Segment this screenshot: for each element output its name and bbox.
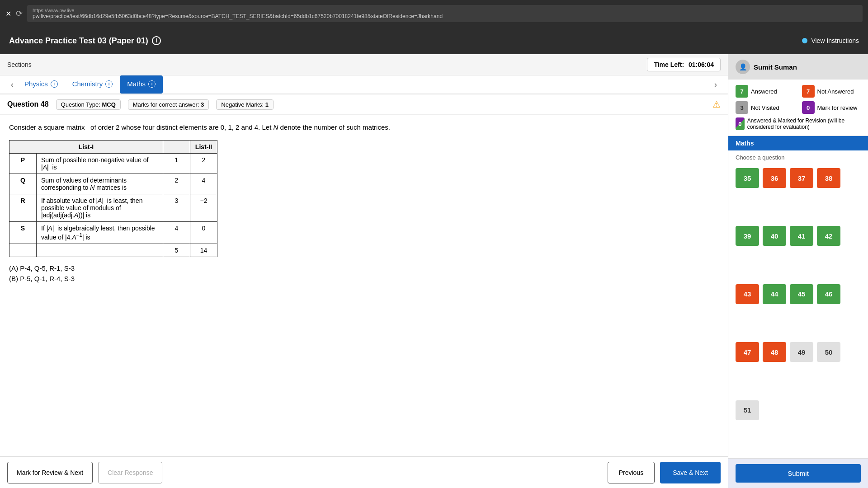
question-button-51[interactable]: 51	[736, 400, 759, 420]
tab-chemistry[interactable]: Chemistry i	[65, 75, 120, 94]
question-button-47[interactable]: 47	[736, 342, 759, 362]
row-p-text: Sum of possible non-negative value of |A…	[37, 154, 163, 174]
chemistry-info-icon[interactable]: i	[105, 80, 113, 88]
user-avatar: 👤	[736, 60, 750, 74]
answered-marked-icon: 0	[736, 117, 745, 130]
row-r-num: 3	[163, 194, 190, 222]
bottom-bar: Mark for Review & Next Clear Response Pr…	[0, 456, 728, 488]
user-name: Sumit Suman	[754, 63, 797, 71]
mark-review-label: Mark for review	[817, 104, 858, 111]
tab-prev-button[interactable]: ‹	[7, 76, 17, 93]
sections-bar: Sections Time Left: 01:06:04	[0, 54, 728, 75]
not-visited-label: Not Visited	[751, 104, 779, 111]
question-button-37[interactable]: 37	[790, 168, 813, 188]
question-button-50[interactable]: 50	[817, 342, 840, 362]
row-p-val: 2	[190, 154, 217, 174]
question-header: Question 48 Question Type: MCQ Marks for…	[0, 94, 728, 115]
question-button-44[interactable]: 44	[763, 284, 786, 304]
not-answered-icon: 7	[802, 85, 815, 98]
row-p-num: 1	[163, 154, 190, 174]
answered-icon: 7	[736, 85, 748, 98]
table-row: P Sum of possible non-negative value of …	[9, 154, 217, 174]
table-row: 5 14	[9, 244, 217, 257]
mark-review-button[interactable]: Mark for Review & Next	[7, 462, 93, 483]
refresh-icon[interactable]: ⟳	[16, 9, 23, 19]
option-b[interactable]: (B) P-5, Q-1, R-4, S-3	[9, 275, 719, 282]
question-button-39[interactable]: 39	[736, 226, 759, 246]
question-button-36[interactable]: 36	[763, 168, 786, 188]
row-last-num: 5	[163, 244, 190, 257]
physics-info-icon[interactable]: i	[51, 80, 58, 88]
submit-area: Submit	[728, 458, 868, 488]
options-area: (A) P-4, Q-5, R-1, S-3 (B) P-5, Q-1, R-4…	[9, 264, 719, 282]
mark-review-icon: 0	[802, 101, 815, 114]
legend-answered: 7 Answered	[736, 85, 795, 98]
match-table: List-I List-II P Sum of possible non-neg…	[9, 140, 217, 257]
row-label-r: R	[9, 194, 37, 222]
view-instructions-button[interactable]: View Instructions	[802, 37, 859, 44]
question-button-46[interactable]: 46	[817, 284, 840, 304]
question-button-41[interactable]: 41	[790, 226, 813, 246]
sections-label: Sections	[7, 61, 32, 68]
legend-answered-marked: 0 Answered & Marked for Revision (will b…	[736, 117, 861, 130]
info-icon[interactable]: i	[152, 36, 161, 45]
question-type-badge: Question Type: MCQ	[56, 99, 121, 110]
clear-response-button[interactable]: Clear Response	[98, 462, 162, 483]
question-button-42[interactable]: 42	[817, 226, 840, 246]
maths-info-icon[interactable]: i	[148, 80, 156, 88]
submit-button[interactable]: Submit	[736, 464, 861, 483]
warning-icon: ⚠	[712, 99, 721, 110]
option-a[interactable]: (A) P-4, Q-5, R-1, S-3	[9, 264, 719, 272]
row-r-val: −2	[190, 194, 217, 222]
content-wrapper: Sections Time Left: 01:06:04 ‹ Physics i…	[0, 54, 728, 488]
row-s-num: 4	[163, 222, 190, 244]
close-icon[interactable]: ✕	[5, 9, 11, 18]
blue-dot-icon	[802, 38, 807, 43]
row-label-p: P	[9, 154, 37, 174]
tabs-bar: ‹ Physics i Chemistry i Maths i ›	[0, 75, 728, 94]
tab-maths[interactable]: Maths i	[120, 75, 163, 94]
question-button-49[interactable]: 49	[790, 342, 813, 362]
table-header-list1: List-I	[9, 141, 163, 154]
main-layout: Sections Time Left: 01:06:04 ‹ Physics i…	[0, 54, 868, 488]
question-button-48[interactable]: 48	[763, 342, 786, 362]
table-row: S If |A| is algebraically least, then po…	[9, 222, 217, 244]
question-body: Consider a square matrix of order 2 whos…	[0, 115, 728, 456]
question-text: Consider a square matrix of order 2 whos…	[9, 122, 719, 133]
tab-physics[interactable]: Physics i	[17, 75, 65, 94]
row-label-s: S	[9, 222, 37, 244]
row-s-val: 0	[190, 222, 217, 244]
save-next-button[interactable]: Save & Next	[660, 462, 721, 483]
not-visited-icon: 3	[736, 101, 748, 114]
tab-next-button[interactable]: ›	[711, 76, 721, 93]
legend: 7 Answered 7 Not Answered 3 Not Visited …	[728, 80, 868, 136]
row-r-text: If absolute value of |A| is least, then …	[37, 194, 163, 222]
marks-badge: Marks for correct answer: 3	[128, 99, 209, 110]
row-empty-text	[37, 244, 163, 257]
section-label: Maths	[736, 140, 754, 147]
table-row: R If absolute value of |A| is least, the…	[9, 194, 217, 222]
previous-button[interactable]: Previous	[608, 462, 655, 483]
user-header: 👤 Sumit Suman	[728, 54, 868, 80]
not-answered-label: Not Answered	[817, 88, 854, 95]
browser-bar: ✕ ⟳ https://www.pw.live pw.live/practice…	[0, 0, 868, 27]
question-button-38[interactable]: 38	[817, 168, 840, 188]
question-button-43[interactable]: 43	[736, 284, 759, 304]
time-left-display: Time Left: 01:06:04	[647, 58, 721, 71]
row-label-q: Q	[9, 174, 37, 194]
question-button-35[interactable]: 35	[736, 168, 759, 188]
row-last-val: 14	[190, 244, 217, 257]
row-q-num: 2	[163, 174, 190, 194]
answered-label: Answered	[751, 88, 777, 95]
table-row: Q Sum of values of determinants correspo…	[9, 174, 217, 194]
row-q-text: Sum of values of determinants correspond…	[37, 174, 163, 194]
question-button-45[interactable]: 45	[790, 284, 813, 304]
app-title: Advance Practice Test 03 (Paper 01) i	[9, 36, 161, 46]
table-header-num	[163, 141, 190, 154]
row-empty-label	[9, 244, 37, 257]
browser-url: https://www.pw.live pw.live/practice/tes…	[27, 5, 863, 22]
question-button-40[interactable]: 40	[763, 226, 786, 246]
choose-question-label: Choose a question	[728, 150, 868, 164]
answered-marked-label: Answered & Marked for Revision (will be …	[747, 117, 861, 130]
table-header-list2: List-II	[190, 141, 217, 154]
